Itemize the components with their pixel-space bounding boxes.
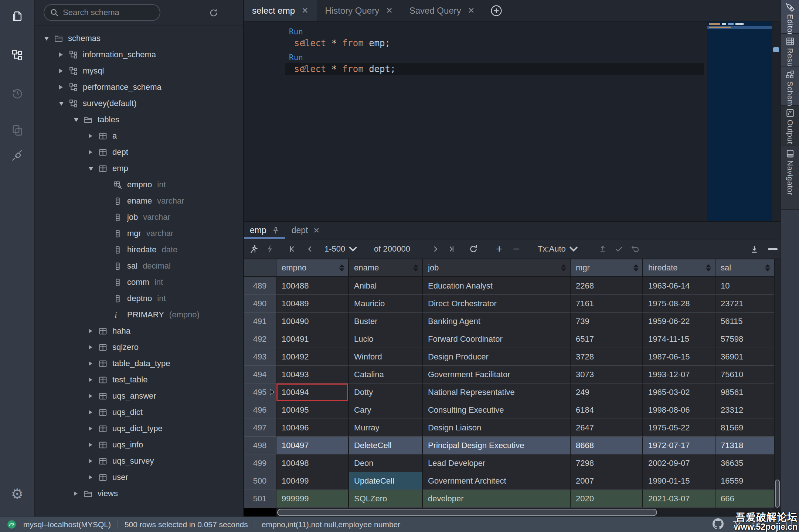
submit-button[interactable]: [598, 239, 608, 259]
grid-cell[interactable]: 1963-06-14: [643, 277, 715, 295]
expand-arrow-icon[interactable]: [89, 361, 98, 366]
column-header-mgr[interactable]: mgr: [571, 259, 643, 277]
grid-cell[interactable]: UpdateCell: [349, 472, 423, 490]
refresh-schema-button[interactable]: [208, 8, 219, 18]
expand-arrow-icon[interactable]: [74, 491, 84, 496]
expand-arrow-icon[interactable]: [89, 426, 98, 431]
grid-cell[interactable]: 100498: [276, 454, 349, 472]
tree-item-user[interactable]: user: [35, 469, 243, 485]
tree-item-uqs_info[interactable]: uqs_info: [35, 437, 243, 453]
grid-cell[interactable]: 999999: [276, 490, 349, 508]
grid-cell[interactable]: Forward Coordinator: [423, 330, 571, 348]
tree-item-information_schema[interactable]: information_schema: [35, 47, 243, 63]
sort-icon[interactable]: [413, 265, 418, 272]
collapse-arrow-icon[interactable]: [44, 36, 54, 41]
tree-item-emp[interactable]: emp: [35, 160, 243, 177]
row-number[interactable]: 493: [244, 348, 276, 366]
tree-item-dept[interactable]: dept: [35, 144, 243, 160]
history-icon[interactable]: [10, 86, 24, 100]
grid-cell[interactable]: Murray: [349, 419, 423, 437]
grid-cell[interactable]: 100489: [276, 295, 349, 313]
grid-cell[interactable]: 23312: [715, 401, 775, 419]
files-icon[interactable]: [10, 10, 24, 24]
expand-arrow-icon[interactable]: [59, 69, 69, 73]
tree-item-deptno[interactable]: deptnoint: [35, 290, 243, 307]
grid-cell[interactable]: 100496: [276, 419, 349, 437]
grid-cell[interactable]: developer: [423, 490, 571, 508]
tree-item-mysql[interactable]: mysql: [35, 63, 243, 79]
grid-cell[interactable]: 1987-06-15: [643, 348, 715, 366]
grid-cell[interactable]: Government Facilitator: [423, 366, 571, 383]
code-line-2[interactable]: 2select * from dept;: [244, 63, 704, 75]
grid-cell[interactable]: 739: [571, 313, 643, 330]
grid-cell[interactable]: 100497: [276, 437, 349, 454]
row-number[interactable]: 498: [244, 437, 276, 454]
last-page-button[interactable]: [446, 239, 456, 259]
rail-tab-schema[interactable]: Schema: [781, 67, 799, 106]
grid-cell[interactable]: Government Architect: [423, 472, 571, 490]
grid-cell[interactable]: Direct Orchestrator: [423, 295, 571, 313]
tree-item-test_table[interactable]: test_table: [35, 372, 243, 388]
editor-scrollbar-thumb[interactable]: [773, 47, 779, 52]
tree-item-job[interactable]: jobvarchar: [35, 209, 243, 225]
plug-icon[interactable]: [10, 149, 24, 163]
expand-arrow-icon[interactable]: [89, 329, 98, 333]
row-number[interactable]: 501: [244, 490, 276, 508]
grid-cell[interactable]: Lucio: [349, 330, 423, 348]
column-header-job[interactable]: job: [423, 259, 571, 277]
editor-minimap[interactable]: [707, 21, 772, 221]
row-number[interactable]: 490: [244, 295, 276, 313]
next-page-button[interactable]: [431, 239, 440, 259]
expand-arrow-icon[interactable]: [89, 150, 98, 154]
expand-arrow-icon[interactable]: [89, 134, 98, 138]
tree-item-views[interactable]: views: [35, 485, 243, 502]
tx-mode-select[interactable]: Tx:Auto: [538, 239, 578, 259]
sort-icon[interactable]: [339, 265, 344, 272]
column-header-hiredate[interactable]: hiredate: [643, 259, 715, 277]
grid-cell[interactable]: Banking Agent: [423, 313, 571, 330]
tree-item-mgr[interactable]: mgrvarchar: [35, 225, 243, 242]
expand-arrow-icon[interactable]: [89, 459, 98, 463]
rail-tab-editor[interactable]: Editor: [781, 0, 799, 34]
row-number[interactable]: 489: [244, 277, 276, 295]
collapse-arrow-icon[interactable]: [74, 117, 84, 122]
collapse-arrow-icon[interactable]: [59, 101, 69, 106]
tree-item-survey-default-[interactable]: survey(default): [35, 95, 243, 112]
prev-page-button[interactable]: [305, 239, 315, 259]
tree-item-empno[interactable]: empnoint: [35, 177, 243, 193]
grid-cell[interactable]: Consulting Executive: [423, 401, 571, 419]
grid-cell[interactable]: 57598: [715, 330, 775, 348]
tree-item-tables[interactable]: tables: [35, 112, 243, 128]
tab-select-emp[interactable]: select emp ✕: [244, 0, 317, 21]
tree-item-uqs_survey[interactable]: uqs_survey: [35, 453, 243, 469]
tree-item-haha[interactable]: haha: [35, 323, 243, 339]
grid-cell[interactable]: Winford: [349, 348, 423, 366]
row-number[interactable]: 496: [244, 401, 276, 419]
grid-cell[interactable]: 100499: [276, 472, 349, 490]
grid-cell[interactable]: 8668: [571, 437, 643, 454]
sort-icon[interactable]: [706, 265, 711, 272]
grid-cell[interactable]: SQLZero: [349, 490, 423, 508]
row-number[interactable]: 491: [244, 313, 276, 330]
grid-cell[interactable]: 100491: [276, 330, 349, 348]
tree-item-uqs_dict_type[interactable]: uqs_dict_type: [35, 420, 243, 437]
grid-cell[interactable]: 10: [715, 277, 775, 295]
sort-icon[interactable]: [561, 265, 566, 272]
vertical-scrollbar-thumb[interactable]: [775, 480, 780, 508]
row-number[interactable]: 492: [244, 330, 276, 348]
grid-cell[interactable]: 2021-03-07: [643, 490, 715, 508]
row-number[interactable]: 494: [244, 366, 276, 383]
sort-icon[interactable]: [765, 265, 770, 272]
close-icon[interactable]: ✕: [313, 226, 320, 235]
rail-tab-navigator[interactable]: Navigator: [781, 146, 799, 210]
explain-button[interactable]: [265, 239, 275, 259]
search-input[interactable]: Search schema: [44, 4, 160, 21]
rail-tab-output[interactable]: Output: [781, 106, 799, 146]
grid-cell[interactable]: Dotty: [349, 383, 423, 401]
grid-cell[interactable]: 1972-07-17: [643, 437, 715, 454]
expand-arrow-icon[interactable]: [89, 475, 98, 480]
grid-cell[interactable]: 100490: [276, 313, 349, 330]
grid-cell[interactable]: 2002-09-07: [643, 454, 715, 472]
delete-row-button[interactable]: −: [513, 239, 520, 259]
tree-item-sal[interactable]: saldecimal: [35, 258, 243, 274]
